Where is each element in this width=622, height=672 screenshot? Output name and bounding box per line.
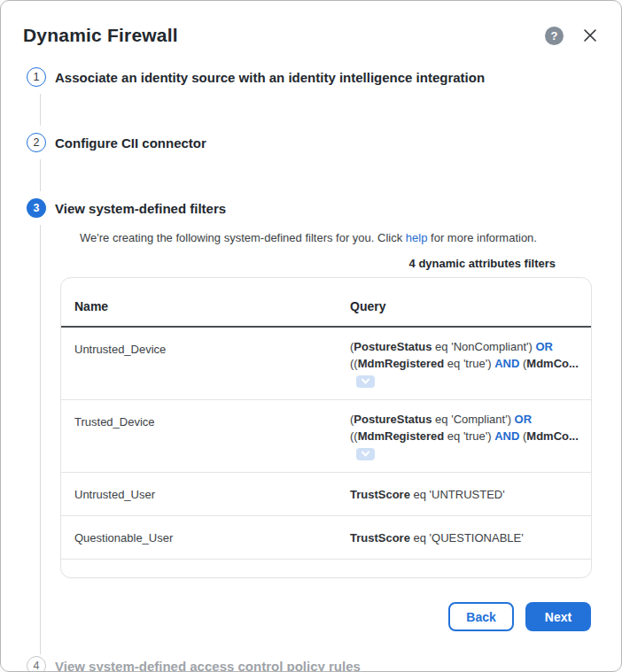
expand-query-icon[interactable] [356, 375, 375, 388]
wizard-steps: 1 Associate an identity source with an i… [23, 67, 599, 672]
filters-table-card: Name Query Untrusted_Device(PostureStatu… [60, 277, 592, 578]
next-button[interactable]: Next [525, 602, 591, 631]
table-header-row: Name Query [61, 278, 591, 327]
table-row: Untrusted_UserTrustScore eq 'UNTRUSTED' [61, 473, 591, 516]
expand-query-icon[interactable] [356, 448, 375, 460]
step-3-header[interactable]: 3 View system-defined filters [27, 198, 599, 218]
filter-name-cell: Untrusted_Device [61, 327, 350, 400]
help-link[interactable]: help [406, 231, 428, 244]
step-3-content: We're creating the following system-defi… [27, 230, 599, 631]
filter-query-cell: (PostureStatus eq 'NonCompliant') OR((Md… [350, 327, 591, 400]
page-title: Dynamic Firewall [23, 25, 545, 46]
close-icon[interactable] [581, 27, 599, 44]
table-row: Untrusted_Device(PostureStatus eq 'NonCo… [61, 327, 591, 400]
dynamic-firewall-dialog: Dynamic Firewall ? 1 Associate an identi… [0, 0, 622, 672]
filter-query-cell: (PostureStatus eq 'Compliant') OR((MdmRe… [350, 400, 591, 473]
step-4-number: 4 [27, 656, 46, 672]
step-2-label: Configure CII connector [55, 135, 206, 151]
filter-query-cell: TrustScore eq 'UNTRUSTED' [350, 473, 591, 516]
help-icon[interactable]: ? [545, 27, 564, 45]
step-2-header[interactable]: 2 Configure CII connector [27, 133, 599, 152]
dialog-actions: Back Next [27, 602, 591, 631]
dialog-header: Dynamic Firewall ? [23, 25, 599, 46]
filter-name-cell: Questionable_User [61, 516, 350, 560]
table-row: Trusted_Device(PostureStatus eq 'Complia… [61, 400, 591, 473]
filter-name-cell: Untrusted_User [61, 473, 350, 516]
column-header-name: Name [61, 278, 350, 327]
step-1-label: Associate an identity source with an ide… [55, 70, 485, 85]
step-4-header[interactable]: 4 View system-defined access control pol… [27, 656, 599, 672]
filters-table-body: Untrusted_Device(PostureStatus eq 'NonCo… [61, 327, 591, 560]
filters-count-label: 4 dynamic attributes filters [27, 257, 599, 270]
step-1-header[interactable]: 1 Associate an identity source with an i… [27, 67, 599, 87]
step-3-number: 3 [27, 198, 46, 218]
description-text-after: for more information. [427, 231, 537, 244]
column-header-query: Query [350, 278, 591, 327]
table-row: Questionable_UserTrustScore eq 'QUESTION… [61, 516, 591, 560]
filter-name-cell: Trusted_Device [61, 400, 350, 473]
step-connector [40, 94, 41, 126]
step-4-label: View system-defined access control polic… [55, 659, 361, 672]
back-button[interactable]: Back [448, 602, 514, 631]
step-1-number: 1 [27, 67, 46, 87]
filter-query-cell: TrustScore eq 'QUESTIONABLE' [350, 516, 591, 560]
description-text: We're creating the following system-defi… [80, 231, 406, 244]
filters-description: We're creating the following system-defi… [80, 230, 599, 246]
step-connector [40, 159, 41, 191]
step-2-number: 2 [27, 133, 46, 152]
filters-table: Name Query Untrusted_Device(PostureStatu… [61, 278, 591, 560]
step-3-label: View system-defined filters [55, 201, 226, 216]
